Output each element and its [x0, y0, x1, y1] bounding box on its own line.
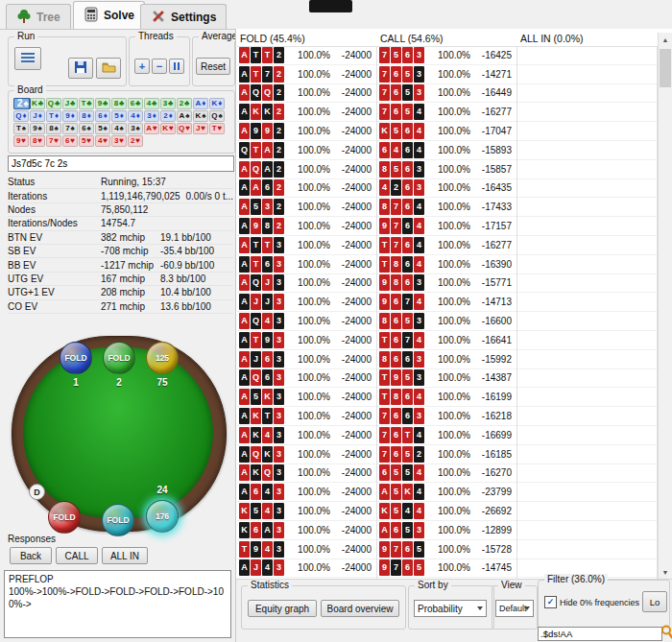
board-card-5s[interactable]: 5♠ [95, 123, 110, 134]
strategy-row[interactable]: AQ43100.0%-24000 [237, 312, 376, 331]
strategy-row[interactable]: 7663100.0%-16218 [377, 407, 516, 426]
board-card-Tc[interactable]: T♣ [79, 98, 94, 109]
strategy-row[interactable]: AJ63100.0%-24000 [237, 350, 376, 369]
board-card-2c[interactable]: 2♣ [177, 98, 192, 109]
strategy-row[interactable]: T943100.0%-24000 [237, 540, 376, 559]
strategy-row[interactable]: T864100.0%-16390 [377, 255, 516, 274]
strategy-row[interactable]: AQQ2100.0%-24000 [237, 84, 376, 104]
call-button[interactable]: CALL [56, 547, 98, 564]
strategy-row[interactable]: AKK2100.0%-24000 [237, 103, 376, 122]
strategy-row[interactable]: 8653100.0%-16600 [377, 312, 516, 331]
strategy-row[interactable]: AJJ3100.0%-24000 [237, 293, 376, 312]
strategy-row[interactable]: 8663100.0%-15992 [377, 350, 516, 369]
board-card-2s[interactable]: 2♠ [13, 98, 30, 109]
strategy-row[interactable]: 76T4100.0%-16699 [377, 426, 516, 445]
strategy-row[interactable]: A643100.0%-24000 [237, 483, 376, 502]
board-card-3h[interactable]: 3♥ [111, 135, 127, 147]
board-card-Qd[interactable]: Q♦ [13, 110, 29, 122]
strategy-row[interactable]: K544100.0%-26692 [377, 502, 516, 521]
strategy-row[interactable]: 7653100.0%-14271 [377, 65, 516, 84]
tab-solve[interactable]: Solve [73, 1, 145, 29]
tab-settings[interactable]: Settings [140, 4, 227, 29]
strategy-row[interactable]: A982100.0%-24000 [237, 217, 376, 236]
strategy-row[interactable]: K6A3100.0%-24000 [237, 521, 376, 540]
board-card-3c[interactable]: 3♣ [160, 98, 176, 109]
strategy-row[interactable]: AKQ3100.0%-24000 [237, 464, 376, 484]
tab-tree[interactable]: Tree [6, 4, 71, 29]
board-card-Kh[interactable]: K♥ [160, 123, 176, 134]
strategy-row[interactable]: AJ43100.0%-24000 [237, 559, 376, 579]
board-card-Td[interactable]: T♦ [46, 110, 61, 122]
board-card-9d[interactable]: 9♦ [62, 110, 78, 122]
strategy-row[interactable]: ATT2100.0%-24000 [237, 46, 376, 65]
board-card-Ts[interactable]: T♠ [13, 123, 29, 134]
board-card-9h[interactable]: 9♥ [13, 135, 29, 147]
strategy-row[interactable]: A5K4100.0%-23799 [377, 483, 516, 502]
strategy-row[interactable]: A653100.0%-12899 [377, 521, 516, 540]
filter-input[interactable] [538, 627, 662, 641]
strategy-row[interactable]: 7652100.0%-16185 [377, 445, 516, 464]
scrollbar[interactable]: ▲ ▼ [658, 33, 672, 580]
strategy-row[interactable]: A5K3100.0%-24000 [237, 388, 376, 407]
strategy-row[interactable]: AT72100.0%-24000 [237, 65, 376, 84]
board-card-Jd[interactable]: J♦ [30, 110, 45, 122]
scroll-up-icon[interactable]: ▲ [659, 33, 672, 47]
board-card-Jh[interactable]: J♥ [193, 123, 208, 134]
board-card-Qs[interactable]: Q♠ [209, 110, 225, 122]
strategy-row[interactable]: A992100.0%-24000 [237, 122, 376, 141]
scroll-down-icon[interactable]: ▼ [659, 565, 672, 580]
board-card-8c[interactable]: 8♣ [111, 98, 127, 109]
strategy-row[interactable]: 9674100.0%-14713 [377, 293, 516, 312]
board-card-6s[interactable]: 6♠ [79, 123, 94, 134]
strategy-row[interactable]: AT63100.0%-24000 [237, 255, 376, 274]
hide-zero-frequencies-checkbox[interactable]: ✓ Hide 0% frequencies [544, 596, 639, 608]
board-card-6d[interactable]: 6♦ [95, 110, 110, 122]
board-card-9s[interactable]: 9♠ [30, 123, 45, 134]
board-card-Ks[interactable]: K♠ [193, 110, 208, 122]
board-overview-button[interactable]: Board overview [321, 600, 399, 617]
board-card-7h[interactable]: 7♥ [46, 135, 61, 147]
back-button[interactable]: Back [10, 547, 52, 564]
strategy-row[interactable]: T864100.0%-16199 [377, 388, 516, 407]
strategy-row[interactable]: 9863100.0%-15771 [377, 274, 516, 294]
board-card-5d[interactable]: 5♦ [111, 110, 127, 122]
pause-button[interactable] [169, 59, 184, 74]
strategy-row[interactable]: AKT3100.0%-24000 [237, 407, 376, 426]
strategy-row[interactable]: 7653100.0%-16449 [377, 84, 516, 104]
strategy-row[interactable]: 9765100.0%-14745 [377, 559, 516, 579]
board-card-3d[interactable]: 3♦ [144, 110, 159, 122]
add-thread-button[interactable]: + [134, 59, 150, 74]
strategy-row[interactable]: 6554100.0%-16270 [377, 464, 516, 484]
strategy-row[interactable]: T764100.0%-16277 [377, 236, 516, 255]
strategy-row[interactable]: A532100.0%-24000 [237, 198, 376, 217]
strategy-row[interactable]: AQJ3100.0%-24000 [237, 274, 376, 294]
view-select[interactable]: Default [495, 600, 534, 617]
strategy-row[interactable]: K543100.0%-24000 [237, 502, 376, 521]
sort-by-select[interactable]: Probability [414, 600, 487, 617]
load-filter-button[interactable]: Lo [642, 591, 667, 612]
board-card-Qh[interactable]: Q♥ [177, 123, 192, 134]
board-card-8d[interactable]: 8♦ [79, 110, 94, 122]
strategy-row[interactable]: 7654100.0%-16277 [377, 103, 516, 122]
strategy-row[interactable]: T953100.0%-14387 [377, 369, 516, 389]
board-card-As[interactable]: A♠ [177, 110, 192, 122]
board-input[interactable] [8, 155, 234, 172]
save-button[interactable] [68, 58, 93, 79]
board-card-4h[interactable]: 4♥ [95, 135, 110, 147]
board-card-2d[interactable]: 2♦ [160, 110, 176, 122]
board-card-4s[interactable]: 4♠ [111, 123, 127, 134]
strategy-row[interactable]: 9764100.0%-17157 [377, 217, 516, 236]
board-card-4d[interactable]: 4♦ [128, 110, 143, 122]
strategy-row[interactable]: ATT3100.0%-24000 [237, 236, 376, 255]
run-tree-button[interactable] [14, 47, 41, 70]
board-card-5h[interactable]: 5♥ [79, 135, 94, 147]
board-card-9c[interactable]: 9♣ [95, 98, 110, 109]
board-card-Th[interactable]: T♥ [209, 123, 225, 134]
strategy-row[interactable]: AQA2100.0%-24000 [237, 160, 376, 179]
strategy-row[interactable]: AQ63100.0%-24000 [237, 369, 376, 389]
strategy-row[interactable]: 8563100.0%-15857 [377, 160, 516, 179]
open-button[interactable] [96, 58, 121, 79]
board-card-6c[interactable]: 6♣ [128, 98, 143, 109]
strategy-row[interactable]: T674100.0%-16641 [377, 331, 516, 350]
board-card-3s[interactable]: 3♠ [128, 123, 143, 134]
